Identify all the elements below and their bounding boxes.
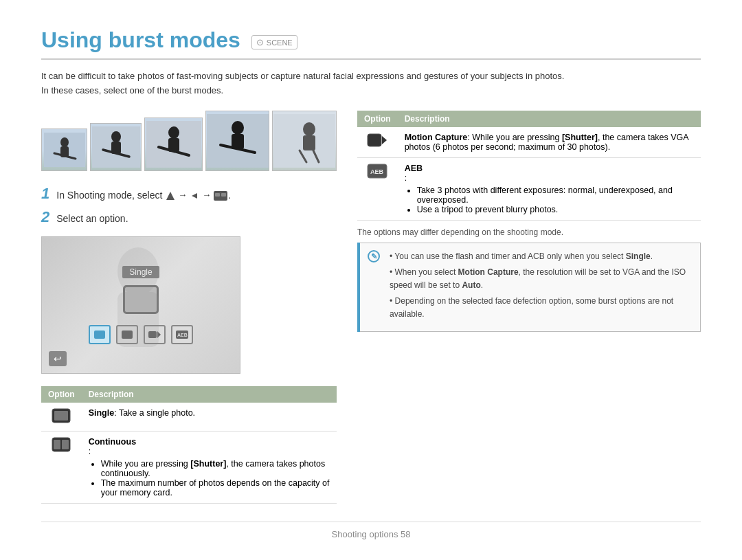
camera-ui-inner: Single [42,237,240,373]
step-1: 1 In Shooting mode, select → → [41,185,337,203]
table-row: Motion Capture: While you are pressing [… [357,127,701,158]
continuous-icon-cell [41,431,82,503]
left-option-table: Option Description Single: Take [41,386,337,504]
photo-frame-4 [205,111,270,171]
step-1-text: In Shooting mode, select → → . [56,185,231,203]
photo-frame-1 [41,128,87,171]
single-icon-cell [41,403,82,432]
left-col-option: Option [41,386,82,403]
svg-point-9 [168,126,179,139]
aeb-desc: AEB: Take 3 photos with different exposu… [398,157,701,220]
note-bullet-1: You can use the flash and timer and ACB … [390,250,690,263]
photo-frame-5 [272,111,337,171]
svg-text:AEB: AEB [370,168,384,175]
svg-rect-27 [117,292,159,347]
right-column: Option Description Motion Captu [357,111,701,522]
svg-rect-24 [215,193,220,197]
note-text: You can use the flash and timer and ACB … [384,250,690,324]
page-header: Using burst modes ⊙ SCENE [41,27,701,60]
right-option-table: Option Description Motion Captu [357,111,701,221]
single-desc: Single: Take a single photo. [82,403,337,432]
table-row: AEB AEB: Take 3 photos with different ex… [357,157,701,220]
steps: 1 In Shooting mode, select → → [41,185,337,227]
right-col-desc: Description [398,111,701,127]
step-2-text: Select an option. [56,208,128,226]
aeb-table-icon: AEB [367,164,387,179]
svg-rect-35 [54,411,68,421]
note-bullet-3: Depending on the selected face defection… [390,295,690,321]
svg-rect-25 [221,193,226,197]
right-col-option: Option [357,111,398,127]
note-icon: ✎ [368,250,380,262]
svg-rect-38 [62,440,69,449]
scene-camera-icon: ⊙ [256,37,264,47]
svg-marker-21 [166,192,175,200]
intro-text: It can be difficult to take photos of fa… [41,69,701,98]
svg-point-1 [60,137,69,147]
svg-marker-40 [382,136,387,144]
arrow-icon [189,190,200,201]
footer-text: Shooting options 58 [332,529,411,539]
footer: Shooting options 58 [41,522,701,539]
table-row: Continuous: While you are pressing [Shut… [41,431,337,503]
page-title: Using burst modes [41,27,240,53]
note-box: ✎ You can use the flash and timer and AC… [357,243,701,332]
svg-point-5 [111,131,121,142]
svg-rect-37 [54,440,60,449]
bg-figure [49,244,227,368]
photo-frame-2 [90,123,142,171]
back-button[interactable]: ↩ [49,351,67,366]
svg-point-17 [303,122,315,136]
svg-rect-39 [368,134,381,146]
svg-marker-22 [192,193,197,199]
svg-point-26 [117,247,159,295]
motion-table-icon [367,133,387,148]
main-content: 1 In Shooting mode, select → → [41,111,701,522]
motion-desc: Motion Capture: While you are pressing [… [398,127,701,158]
motion-icon-cell [357,127,398,158]
continuous-table-icon [52,437,71,452]
note-bullet-2: When you select Motion Capture, the reso… [390,266,690,292]
mode-icon [165,190,176,201]
step-1-num: 1 [41,185,49,203]
note-content: ✎ You can use the flash and timer and AC… [368,250,690,324]
photo-frame-3 [144,117,202,171]
single-table-icon [52,408,71,423]
step-2-num: 2 [41,208,49,226]
left-col-desc: Description [82,386,337,403]
page: Using burst modes ⊙ SCENE It can be diff… [0,0,742,560]
scene-badge: ⊙ SCENE [251,35,297,49]
svg-rect-18 [303,135,315,150]
photo-strip [41,111,337,171]
camera-ui-box: Single [41,236,240,374]
left-column: 1 In Shooting mode, select → → [41,111,337,522]
diff-note: The options may differ depending on the … [357,227,701,237]
aeb-icon-cell: AEB [357,157,398,220]
camera-grid-icon [213,190,228,201]
continuous-desc: Continuous: While you are pressing [Shut… [82,431,337,503]
scene-label: SCENE [267,38,293,47]
svg-point-13 [232,121,244,135]
table-row: Single: Take a single photo. [41,403,337,432]
step-2: 2 Select an option. [41,208,337,226]
